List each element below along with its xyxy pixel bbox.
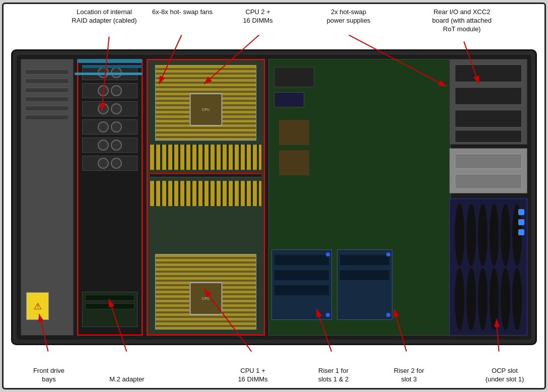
diagram-container: Location of internal RAID adapter (cable… [2,3,546,389]
label-riser1: Riser 1 forslots 1 & 2 [301,367,366,384]
label-fans: 6x-8x hot- swap fans [152,8,213,17]
label-location-internal-raid: Location of internal RAID adapter (cable… [69,8,140,25]
label-riser2: Riser 2 forslot 3 [379,367,439,384]
label-ocp-slot: OCP slot(under slot 1) [472,367,537,384]
label-m2-adapter: M.2 adapter [102,375,152,384]
label-cpu1-dimms: CPU 1 +16 DIMMs [220,367,286,384]
label-cpu2-dimms: CPU 2 +16 DIMMs [228,8,288,25]
label-front-drive-bays: Front drivebays [19,367,79,384]
label-rear-io: Rear I/O and XCC2board (with attachedRoT… [412,8,512,34]
label-power-supplies: 2x hot-swappower supplies [313,8,384,25]
